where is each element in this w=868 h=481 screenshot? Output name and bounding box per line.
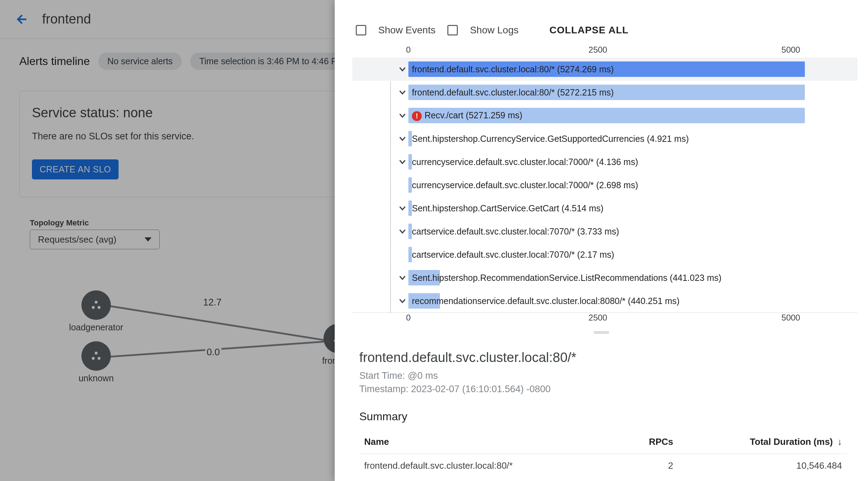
show-events-checkbox[interactable] <box>356 25 366 35</box>
span-bar[interactable] <box>408 154 412 170</box>
svg-point-1 <box>92 306 95 309</box>
summary-heading: Summary <box>359 410 847 423</box>
span-row[interactable]: Sent.hipstershop.CurrencyService.GetSupp… <box>352 127 857 150</box>
span-label-text: cartservice.default.svc.cluster.local:70… <box>412 226 619 236</box>
chevron-down-icon[interactable] <box>398 227 407 236</box>
axis-tick: 5000 <box>781 313 800 323</box>
chevron-down-icon[interactable] <box>398 65 407 74</box>
col-duration[interactable]: Total Duration (ms) ↓ <box>678 430 847 454</box>
span-label-text: Sent.hipstershop.CartService.GetCart (4.… <box>412 203 603 213</box>
span-label: currencyservice.default.svc.cluster.loca… <box>412 180 638 190</box>
span-label-text: frontend.default.svc.cluster.local:80/* … <box>412 87 614 97</box>
svg-point-0 <box>95 301 98 304</box>
sort-desc-icon: ↓ <box>837 436 842 447</box>
cell-name: frontend.default.svc.cluster.local:80/* <box>359 454 622 477</box>
span-row[interactable]: Sent.hipstershop.CartService.GetCart (4.… <box>352 197 857 220</box>
trace-timeline: 0 2500 5000 frontend.default.svc.cluster… <box>352 45 857 325</box>
chevron-down-icon[interactable] <box>398 134 407 143</box>
node-unknown[interactable] <box>82 342 110 370</box>
span-label-text: Recv./cart (5271.259 ms) <box>425 110 522 120</box>
details-title: frontend.default.svc.cluster.local:80/* <box>359 350 847 365</box>
edge-label-uk-fe: 0.0 <box>205 347 221 358</box>
edge-label-lg-fe: 12.7 <box>202 297 223 308</box>
axis-tick: 0 <box>406 313 410 323</box>
timeline-ruler-bottom: 0 2500 5000 <box>352 313 857 325</box>
span-row[interactable]: currencyservice.default.svc.cluster.loca… <box>352 173 857 197</box>
axis-tick: 5000 <box>781 45 800 55</box>
span-row[interactable]: frontend.default.svc.cluster.local:80/* … <box>352 58 857 81</box>
span-row[interactable]: Sent.hipstershop.RecommendationService.L… <box>352 266 857 289</box>
error-icon: ! <box>412 111 422 121</box>
span-label-text: currencyservice.default.svc.cluster.loca… <box>412 157 638 167</box>
span-label-text: recommendationservice.default.svc.cluste… <box>412 296 680 306</box>
span-row[interactable]: recommendationservice.default.svc.cluste… <box>352 289 857 312</box>
timeline-ruler-top: 0 2500 5000 <box>352 45 857 58</box>
chevron-down-icon <box>145 237 152 242</box>
svg-point-2 <box>98 306 100 309</box>
service-node-icon <box>89 298 103 312</box>
span-label: frontend.default.svc.cluster.local:80/* … <box>412 87 614 98</box>
span-bar[interactable] <box>408 224 412 239</box>
col-rpcs[interactable]: RPCs <box>622 430 678 454</box>
span-label-text: cartservice.default.svc.cluster.local:70… <box>412 250 614 259</box>
span-row[interactable]: !Recv./cart (5271.259 ms) <box>352 104 857 127</box>
svg-point-5 <box>98 357 100 360</box>
span-row[interactable]: frontend.default.svc.cluster.local:80/* … <box>352 81 857 104</box>
page-title: frontend <box>42 12 91 27</box>
span-label-text: Sent.hipstershop.CurrencyService.GetSupp… <box>412 134 689 144</box>
details-start-time: Start Time: @0 ms <box>359 370 438 381</box>
node-loadgenerator[interactable] <box>82 291 110 319</box>
col-name[interactable]: Name <box>359 430 622 454</box>
panel-resize-handle[interactable] <box>335 325 868 340</box>
chevron-down-icon[interactable] <box>398 111 407 120</box>
topology-metric-select[interactable]: Requests/sec (avg) <box>30 230 160 249</box>
show-events-label: Show Events <box>378 25 435 36</box>
span-row[interactable]: currencyservice.default.svc.cluster.loca… <box>352 150 857 173</box>
span-bar[interactable] <box>408 131 412 146</box>
collapse-all-button[interactable]: COLLAPSE ALL <box>549 25 629 36</box>
span-label: currencyservice.default.svc.cluster.loca… <box>412 157 638 167</box>
panel-controls: Show Events Show Logs COLLAPSE ALL <box>335 0 868 45</box>
details-timestamp: Timestamp: 2023-02-07 (16:10:01.564) -08… <box>359 384 550 394</box>
span-label: Sent.hipstershop.CurrencyService.GetSupp… <box>412 134 689 144</box>
node-label-loadgenerator: loadgenerator <box>69 322 123 332</box>
span-bar[interactable] <box>408 247 412 262</box>
span-label: cartservice.default.svc.cluster.local:70… <box>412 250 614 260</box>
span-bar[interactable] <box>408 200 412 216</box>
axis-tick: 0 <box>406 45 410 55</box>
chevron-down-icon[interactable] <box>398 273 407 282</box>
span-row[interactable]: cartservice.default.svc.cluster.local:70… <box>352 220 857 243</box>
create-slo-button[interactable]: CREATE AN SLO <box>32 159 119 179</box>
topology-metric-value: Requests/sec (avg) <box>38 234 116 245</box>
span-label: frontend.default.svc.cluster.local:80/* … <box>412 64 614 74</box>
show-logs-checkbox[interactable] <box>447 25 458 35</box>
span-label: Sent.hipstershop.RecommendationService.L… <box>412 273 721 283</box>
summary-table: Name RPCs Total Duration (ms) ↓ frontend… <box>359 430 847 477</box>
back-button[interactable] <box>14 12 28 26</box>
axis-tick: 2500 <box>588 313 607 323</box>
cell-rpcs: 2 <box>622 454 678 477</box>
trace-panel: Show Events Show Logs COLLAPSE ALL 0 250… <box>335 0 868 481</box>
col-duration-label: Total Duration (ms) <box>750 436 833 447</box>
axis-tick: 2500 <box>588 45 607 55</box>
chevron-down-icon[interactable] <box>398 204 407 213</box>
table-row[interactable]: frontend.default.svc.cluster.local:80/* … <box>359 454 847 477</box>
table-header-row: Name RPCs Total Duration (ms) ↓ <box>359 430 847 454</box>
chevron-down-icon[interactable] <box>398 157 407 166</box>
node-label-unknown: unknown <box>79 373 114 383</box>
span-label: !Recv./cart (5271.259 ms) <box>412 110 522 121</box>
show-logs-label: Show Logs <box>470 25 519 36</box>
chevron-down-icon[interactable] <box>398 296 407 305</box>
span-label-text: Sent.hipstershop.RecommendationService.L… <box>412 273 721 283</box>
arrow-left-icon <box>15 13 27 26</box>
details-subtitle: Start Time: @0 ms Timestamp: 2023-02-07 … <box>359 369 847 396</box>
span-bar[interactable] <box>408 177 412 193</box>
edge-loadgenerator-frontend <box>107 305 329 342</box>
svg-point-4 <box>92 357 95 360</box>
span-row[interactable]: cartservice.default.svc.cluster.local:70… <box>352 243 857 266</box>
span-list: frontend.default.svc.cluster.local:80/* … <box>352 58 857 313</box>
chevron-down-icon[interactable] <box>398 88 407 97</box>
alerts-timeline-label: Alerts timeline <box>19 55 90 68</box>
chip-no-alerts[interactable]: No service alerts <box>98 53 182 70</box>
span-label: cartservice.default.svc.cluster.local:70… <box>412 226 619 237</box>
